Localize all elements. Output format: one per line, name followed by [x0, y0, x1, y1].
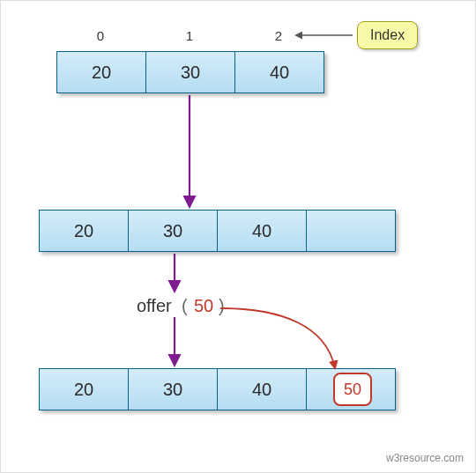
array-mid: 20 30 40 — [39, 210, 396, 252]
cell: 30 — [128, 210, 217, 252]
paren-close: ) — [219, 296, 225, 316]
cell: 20 — [56, 51, 145, 93]
index-label-2: 2 — [234, 28, 323, 43]
index-label-0: 0 — [56, 28, 145, 43]
new-value-badge: 50 — [333, 373, 372, 406]
array-top: 20 30 40 — [56, 51, 324, 93]
watermark: w3resource.com — [386, 452, 464, 464]
cell-empty — [306, 210, 396, 252]
index-label-1: 1 — [145, 28, 234, 43]
cell: 40 — [217, 368, 306, 410]
cell: 40 — [217, 210, 306, 252]
index-callout: Index — [357, 21, 418, 49]
curved-arrow-new — [220, 308, 335, 368]
cell: 20 — [39, 210, 128, 252]
cell: 30 — [128, 368, 217, 410]
cell: 20 — [39, 368, 128, 410]
offer-fn-label: offer — [137, 296, 172, 316]
diagram-canvas: 0 1 2 Index 20 30 40 20 30 40 offer ( 50… — [0, 0, 476, 473]
cell: 30 — [145, 51, 234, 93]
offer-arg: 50 — [194, 296, 213, 316]
paren-open: ( — [182, 296, 188, 316]
cell: 40 — [234, 51, 324, 93]
